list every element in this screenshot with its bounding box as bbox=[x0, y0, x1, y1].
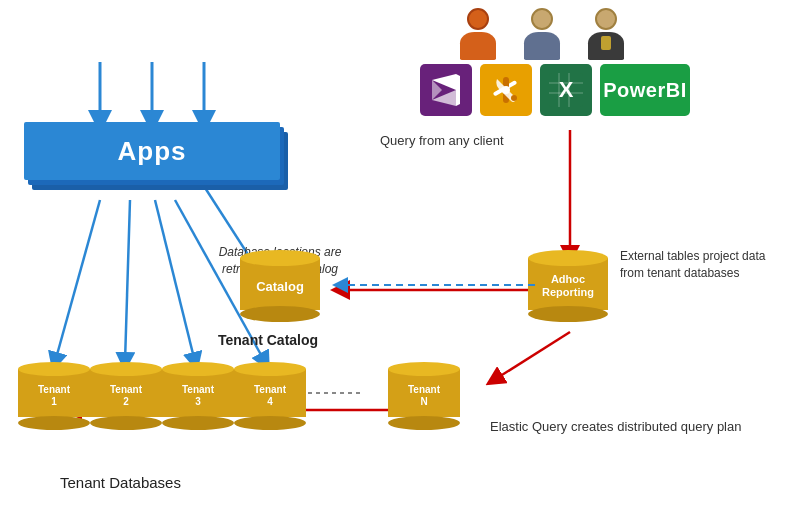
tenant-1-cylinder: Tenant1 bbox=[18, 362, 90, 430]
tenant-databases-label: Tenant Databases bbox=[60, 474, 181, 491]
query-client-label: Query from any client bbox=[380, 132, 504, 150]
person-icon-2 bbox=[524, 8, 560, 60]
apps-label: Apps bbox=[118, 136, 187, 167]
tenant-catalog-label: Tenant Catalog bbox=[218, 332, 318, 348]
adhoc-label: AdhocReporting bbox=[542, 273, 594, 299]
tools-icon bbox=[480, 64, 532, 116]
powerbi-icon: PowerBI bbox=[600, 64, 690, 116]
powerbi-label: PowerBI bbox=[603, 79, 687, 102]
svg-line-8 bbox=[125, 200, 130, 362]
svg-marker-21 bbox=[456, 74, 460, 106]
person-icon-3 bbox=[588, 8, 624, 60]
svg-line-14 bbox=[494, 332, 570, 380]
diagram: X X PowerBI Query from any client bbox=[0, 0, 800, 507]
person-icons-group bbox=[460, 8, 624, 60]
catalog-cylinder: Catalog bbox=[240, 250, 320, 322]
visual-studio-icon bbox=[420, 64, 472, 116]
svg-point-26 bbox=[511, 95, 517, 101]
elastic-query-label: Elastic Query creates distributed query … bbox=[490, 418, 741, 436]
svg-line-9 bbox=[155, 200, 195, 362]
svg-line-7 bbox=[55, 200, 100, 362]
apps-layer-1: Apps bbox=[24, 122, 280, 180]
svg-text:X: X bbox=[559, 77, 574, 102]
external-tables-label: External tables project data from tenant… bbox=[620, 248, 770, 282]
adhoc-cylinder: AdhocReporting bbox=[528, 250, 608, 322]
excel-icon: X X bbox=[540, 64, 592, 116]
tool-icons-row: X X PowerBI bbox=[420, 64, 690, 116]
tenant-4-cylinder: Tenant4 bbox=[234, 362, 306, 430]
catalog-label: Catalog bbox=[256, 279, 304, 294]
tenant-2-cylinder: Tenant2 bbox=[90, 362, 162, 430]
person-icon-1 bbox=[460, 8, 496, 60]
tenant-3-cylinder: Tenant3 bbox=[162, 362, 234, 430]
tenant-n-cylinder: TenantN bbox=[388, 362, 460, 430]
